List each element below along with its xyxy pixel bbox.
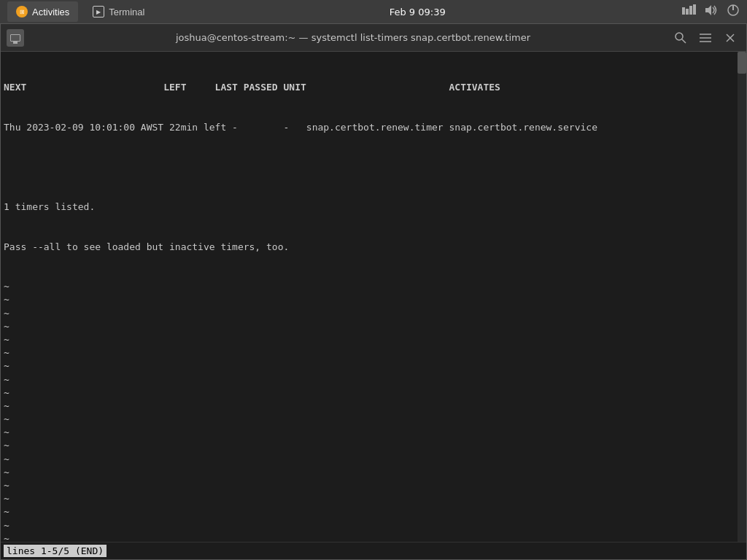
tilde-lines: ~~~~~~~~~~~~~~~~~~~~~~~~~~~~~~~~~~~~~~	[4, 280, 743, 542]
system-datetime: Feb 9 09:39	[390, 7, 446, 18]
svg-marker-6	[705, 5, 711, 15]
tilde-line: ~	[4, 479, 743, 492]
tilde-line: ~	[4, 505, 743, 518]
terminal-tab[interactable]: ▶ Terminal	[84, 1, 153, 22]
data-row: Thu 2023-02-09 10:01:00 AWST 22min left …	[4, 121, 743, 134]
tilde-line: ~	[4, 453, 743, 466]
power-icon[interactable]	[727, 4, 740, 20]
terminal-output: NEXT LEFT LAST PASSED UNIT ACTIVATES Thu…	[4, 55, 743, 542]
column-headers: NEXT LEFT LAST PASSED UNIT ACTIVATES	[4, 81, 743, 94]
network-icon[interactable]	[681, 4, 696, 19]
terminal-content[interactable]: NEXT LEFT LAST PASSED UNIT ACTIVATES Thu…	[1, 52, 746, 542]
tilde-line: ~	[4, 386, 743, 400]
tilde-line: ~	[4, 519, 743, 532]
search-button[interactable]	[670, 28, 691, 48]
tilde-line: ~	[4, 280, 743, 293]
tilde-line: ~	[4, 346, 743, 359]
close-button[interactable]	[720, 28, 740, 48]
scrollbar[interactable]	[738, 52, 746, 542]
tilde-line: ~	[4, 359, 743, 373]
svg-rect-4	[689, 6, 692, 15]
terminal-controls	[670, 28, 740, 48]
svg-rect-3	[686, 9, 689, 15]
tilde-line: ~	[4, 400, 743, 413]
tilde-line: ~	[4, 532, 743, 542]
svg-rect-5	[693, 4, 696, 15]
status-text: lines 1-5/5 (END)	[4, 545, 107, 557]
svg-point-9	[676, 33, 683, 40]
system-bar-left: ⊞ Activities ▶ Terminal	[7, 1, 153, 22]
activities-button[interactable]: ⊞ Activities	[7, 1, 78, 22]
terminal-titlebar: joshua@centos-stream:~ — systemctl list-…	[1, 24, 746, 52]
tilde-line: ~	[4, 492, 743, 505]
tilde-line: ~	[4, 320, 743, 333]
tilde-line: ~	[4, 293, 743, 306]
tilde-line: ~	[4, 307, 743, 320]
tilde-line: ~	[4, 466, 743, 479]
summary-line-2: Pass --all to see loaded but inactive ti…	[4, 241, 743, 254]
tilde-line: ~	[4, 426, 743, 439]
terminal-window: joshua@centos-stream:~ — systemctl list-…	[0, 23, 747, 560]
volume-icon[interactable]	[705, 4, 718, 19]
tilde-line: ~	[4, 333, 743, 346]
tilde-line: ~	[4, 439, 743, 452]
terminal-app-icon	[7, 29, 24, 47]
summary-line-1: 1 timers listed.	[4, 201, 743, 214]
svg-rect-2	[682, 7, 685, 15]
terminal-tab-icon: ▶	[93, 6, 104, 18]
system-bar-right	[681, 4, 740, 20]
tilde-line: ~	[4, 413, 743, 426]
svg-line-10	[682, 39, 686, 43]
terminal-tab-label: Terminal	[109, 7, 144, 18]
blank-line	[4, 161, 743, 174]
activities-label: Activities	[32, 7, 69, 18]
system-bar: ⊞ Activities ▶ Terminal Feb 9 09:39	[0, 0, 747, 23]
activities-icon: ⊞	[16, 6, 28, 18]
tilde-line: ~	[4, 373, 743, 386]
svg-text:⊞: ⊞	[20, 9, 25, 15]
terminal-title: joshua@centos-stream:~ — systemctl list-…	[36, 32, 670, 43]
titlebar-left	[7, 29, 36, 47]
status-bar: lines 1-5/5 (END)	[1, 542, 746, 559]
menu-button[interactable]	[695, 28, 716, 48]
scrollbar-thumb[interactable]	[738, 52, 746, 74]
